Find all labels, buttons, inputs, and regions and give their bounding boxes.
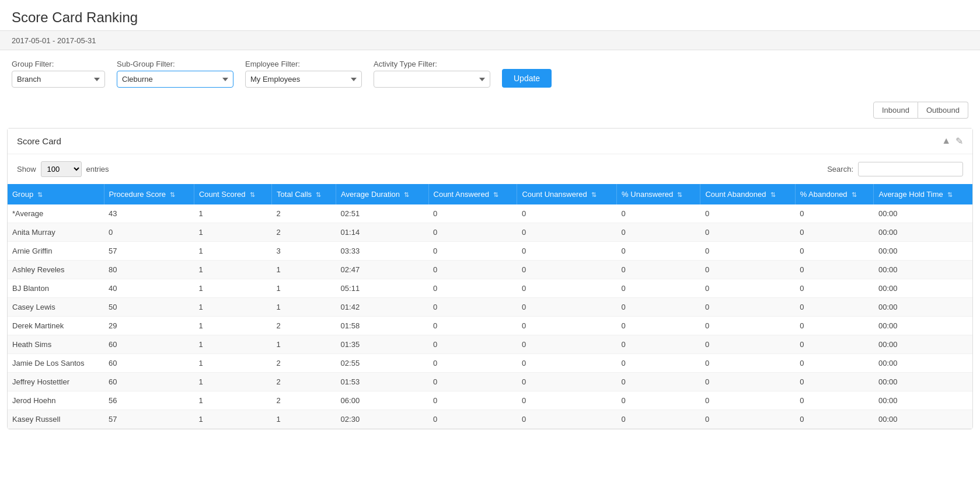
cell-count_answered: 0: [428, 298, 517, 317]
cell-count_scored: 1: [194, 223, 271, 242]
update-button[interactable]: Update: [502, 69, 552, 88]
col-header-group[interactable]: Group ⇅: [8, 184, 104, 204]
cell-count_unanswered: 0: [517, 373, 617, 391]
sort-icon-count_answered: ⇅: [491, 191, 498, 198]
filters-row: Group Filter: Branch Region Division Sub…: [0, 50, 980, 97]
cell-average_hold_time: 00:00: [874, 391, 972, 410]
cell-pct_abandoned: 0: [795, 335, 874, 354]
cell-total_calls: 2: [272, 317, 336, 335]
cell-pct_unanswered: 0: [617, 410, 700, 429]
group-filter-group: Group Filter: Branch Region Division: [12, 60, 105, 88]
cell-group: Jerod Hoehn: [8, 391, 104, 410]
cell-pct_unanswered: 0: [617, 223, 700, 242]
cell-count_unanswered: 0: [517, 261, 617, 279]
header-row: Group ⇅Procedure Score ⇅Count Scored ⇅To…: [8, 184, 972, 204]
cell-count_answered: 0: [428, 335, 517, 354]
cell-group: Derek Martinek: [8, 317, 104, 335]
col-header-pct_unanswered[interactable]: % Unanswered ⇅: [617, 184, 700, 204]
cell-count_abandoned: 0: [700, 223, 795, 242]
cell-count_answered: 0: [428, 410, 517, 429]
cell-procedure_score: 60: [104, 354, 194, 373]
page-title: Score Card Ranking: [12, 9, 968, 26]
date-bar: 2017-05-01 - 2017-05-31: [0, 30, 980, 50]
col-header-count_answered[interactable]: Count Answered ⇅: [428, 184, 517, 204]
col-header-count_abandoned[interactable]: Count Abandoned ⇅: [700, 184, 795, 204]
cell-procedure_score: 0: [104, 223, 194, 242]
cell-pct_abandoned: 0: [795, 204, 874, 223]
cell-average_hold_time: 00:00: [874, 335, 972, 354]
cell-group: Ashley Reveles: [8, 261, 104, 279]
cell-count_scored: 1: [194, 391, 271, 410]
cell-group: Jamie De Los Santos: [8, 354, 104, 373]
cell-average_hold_time: 00:00: [874, 317, 972, 335]
cell-pct_unanswered: 0: [617, 298, 700, 317]
col-header-average_duration[interactable]: Average Duration ⇅: [336, 184, 428, 204]
cell-group: BJ Blanton: [8, 279, 104, 298]
cell-pct_abandoned: 0: [795, 317, 874, 335]
cell-average_duration: 01:58: [336, 317, 428, 335]
col-header-procedure_score[interactable]: Procedure Score ⇅: [104, 184, 194, 204]
cell-pct_unanswered: 0: [617, 354, 700, 373]
cell-count_unanswered: 0: [517, 410, 617, 429]
cell-count_abandoned: 0: [700, 373, 795, 391]
cell-procedure_score: 50: [104, 298, 194, 317]
employee-filter-label: Employee Filter:: [245, 60, 362, 68]
cell-group: *Average: [8, 204, 104, 223]
cell-count_answered: 0: [428, 391, 517, 410]
cell-count_abandoned: 0: [700, 410, 795, 429]
entries-select[interactable]: 100 10 25 50: [41, 161, 82, 177]
cell-count_answered: 0: [428, 373, 517, 391]
employee-filter-select[interactable]: My Employees All Employees: [245, 71, 362, 88]
subgroup-filter-select[interactable]: Cleburne Dallas Fort Worth: [117, 71, 233, 88]
cell-average_hold_time: 00:00: [874, 354, 972, 373]
cell-procedure_score: 56: [104, 391, 194, 410]
outbound-button[interactable]: Outbound: [918, 102, 968, 119]
cell-count_abandoned: 0: [700, 354, 795, 373]
cell-pct_abandoned: 0: [795, 298, 874, 317]
cell-count_unanswered: 0: [517, 317, 617, 335]
settings-icon[interactable]: ✎: [955, 136, 963, 147]
activity-type-filter-select[interactable]: [374, 71, 490, 88]
col-header-average_hold_time[interactable]: Average Hold Time ⇅: [874, 184, 972, 204]
cell-average_duration: 02:51: [336, 204, 428, 223]
cell-procedure_score: 57: [104, 410, 194, 429]
cell-total_calls: 2: [272, 391, 336, 410]
inbound-button[interactable]: Inbound: [873, 102, 918, 119]
collapse-icon[interactable]: ▲: [941, 136, 951, 147]
cell-group: Kasey Russell: [8, 410, 104, 429]
activity-type-filter-group: Activity Type Filter:: [374, 60, 490, 88]
cell-average_duration: 01:42: [336, 298, 428, 317]
cell-pct_unanswered: 0: [617, 373, 700, 391]
cell-pct_abandoned: 0: [795, 279, 874, 298]
sort-icon-pct_unanswered: ⇅: [675, 191, 682, 198]
cell-total_calls: 1: [272, 298, 336, 317]
cell-average_hold_time: 00:00: [874, 373, 972, 391]
cell-count_abandoned: 0: [700, 335, 795, 354]
cell-group: Jeffrey Hostettler: [8, 373, 104, 391]
col-header-pct_abandoned[interactable]: % Abandoned ⇅: [795, 184, 874, 204]
cell-pct_abandoned: 0: [795, 354, 874, 373]
cell-count_answered: 0: [428, 279, 517, 298]
cell-pct_unanswered: 0: [617, 279, 700, 298]
col-header-count_scored[interactable]: Count Scored ⇅: [194, 184, 271, 204]
search-input[interactable]: [858, 162, 963, 176]
col-header-count_unanswered[interactable]: Count Unanswered ⇅: [517, 184, 617, 204]
col-header-total_calls[interactable]: Total Calls ⇅: [272, 184, 336, 204]
cell-count_unanswered: 0: [517, 354, 617, 373]
cell-average_duration: 02:47: [336, 261, 428, 279]
cell-pct_unanswered: 0: [617, 204, 700, 223]
cell-total_calls: 2: [272, 223, 336, 242]
cell-count_scored: 1: [194, 410, 271, 429]
table-row: Heath Sims601101:350000000:00: [8, 335, 972, 354]
cell-count_unanswered: 0: [517, 335, 617, 354]
sort-icon-average_hold_time: ⇅: [946, 191, 953, 198]
table-row: Ashley Reveles801102:470000000:00: [8, 261, 972, 279]
cell-count_scored: 1: [194, 317, 271, 335]
header-icons: ▲ ✎: [941, 136, 963, 147]
cell-count_answered: 0: [428, 317, 517, 335]
sort-icon-procedure_score: ⇅: [168, 191, 175, 198]
table-row: Jeffrey Hostettler601201:530000000:00: [8, 373, 972, 391]
activity-type-filter-label: Activity Type Filter:: [374, 60, 490, 68]
group-filter-select[interactable]: Branch Region Division: [12, 71, 105, 88]
cell-average_duration: 01:53: [336, 373, 428, 391]
